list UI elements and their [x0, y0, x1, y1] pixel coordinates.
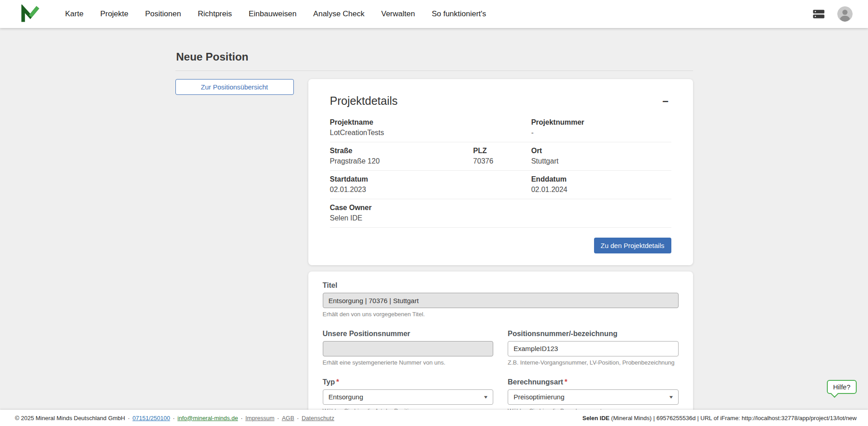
impressum-link[interactable]: Impressum [245, 415, 274, 421]
page-title: Neue Position [176, 51, 693, 63]
session-user: Selen IDE [582, 415, 609, 421]
email-link[interactable]: info@mineral-minds.de [178, 415, 238, 421]
projektname-value: LotCreationTests [330, 128, 531, 137]
separator: · [173, 415, 175, 421]
berechnungsart-select[interactable]: Preisoptimierung ▼ [508, 389, 679, 405]
project-details-card: Projektdetails – Projektname LotCreation… [308, 79, 693, 265]
session-details: (Mineral Minds) | 69576255536d | URL of … [609, 415, 857, 421]
typ-label: Typ* [323, 378, 494, 386]
navbar-right [812, 6, 853, 22]
plz-label: PLZ [473, 146, 531, 155]
mineral-minds-logo[interactable] [21, 5, 40, 23]
help-widget-button[interactable]: Hilfe? [827, 380, 857, 394]
collapse-icon[interactable]: – [660, 94, 671, 107]
plz-value: 70376 [473, 157, 531, 166]
separator: · [277, 415, 279, 421]
bezeichnung-field-group: Positionsnummer/-bezeichnung Z.B. Intern… [508, 330, 679, 367]
server-icon[interactable] [812, 7, 826, 21]
copyright-text: © 2025 Mineral Minds Deutschland GmbH [15, 415, 125, 421]
help-widget-label: Hilfe? [833, 383, 850, 391]
projektnummer-value: - [531, 128, 671, 137]
projektnummer-label: Projektnummer [531, 118, 671, 127]
top-navbar: Karte Projekte Positionen Richtpreis Ein… [0, 0, 868, 28]
project-details-title: Projektdetails [330, 94, 398, 108]
nav-item-verwalten[interactable]: Verwalten [381, 9, 415, 19]
agb-link[interactable]: AGB [282, 415, 294, 421]
nav-item-projekte[interactable]: Projekte [100, 9, 128, 19]
positionsnummer-help-text: Erhält eine systemgenerierte Nummer von … [323, 359, 494, 367]
chevron-down-icon: ▼ [483, 395, 488, 399]
projektname-label: Projektname [330, 118, 531, 127]
separator: · [128, 415, 130, 421]
berechnungsart-label: Berechnungsart* [508, 378, 679, 386]
left-column: Zur Positionsübersicht [175, 79, 294, 95]
nav-item-analyse-check[interactable]: Analyse Check [313, 9, 364, 19]
titel-help-text: Erhält den von uns vorgegebenen Titel. [323, 311, 679, 318]
enddatum-label: Enddatum [531, 175, 671, 184]
typ-select[interactable]: Entsorgung ▼ [323, 389, 494, 405]
bezeichnung-help-text: Z.B. Interne-Vorgangsnummer, LV-Position… [508, 359, 679, 367]
project-details-row: Straße Pragstraße 120 PLZ 70376 Ort Stut… [330, 142, 671, 171]
separator: · [241, 415, 242, 421]
phone-link[interactable]: 07151/250100 [132, 415, 170, 421]
required-marker: * [336, 378, 339, 386]
berechnungsart-selected-value: Preisoptimierung [514, 393, 565, 401]
titel-label: Titel [323, 281, 679, 290]
enddatum-value: 02.01.2024 [531, 185, 671, 194]
typ-selected-value: Entsorgung [329, 393, 363, 401]
startdatum-label: Startdatum [330, 175, 531, 184]
nav-item-karte[interactable]: Karte [65, 9, 84, 19]
nav-item-so-funktionierts[interactable]: So funktioniert's [432, 9, 486, 19]
bezeichnung-input[interactable] [508, 341, 679, 356]
ort-label: Ort [531, 146, 671, 155]
datenschutz-link[interactable]: Datenschutz [302, 415, 334, 421]
new-position-form-card: Titel Erhält den von uns vorgegebenen Ti… [308, 272, 693, 426]
startdatum-value: 02.01.2023 [330, 185, 531, 194]
main-nav: Karte Projekte Positionen Richtpreis Ein… [65, 9, 486, 19]
ort-value: Stuttgart [531, 157, 671, 166]
chevron-down-icon: ▼ [668, 395, 674, 399]
case-owner-value: Selen IDE [330, 214, 671, 223]
back-to-positions-button[interactable]: Zur Positionsübersicht [175, 79, 294, 95]
titel-input [323, 293, 679, 308]
main-content: Neue Position Zur Positionsübersicht Pro… [0, 28, 868, 426]
positionsnummer-field-group: Unsere Positionsnummer Erhält eine syste… [323, 330, 494, 367]
title-divider [175, 70, 693, 71]
nav-item-positionen[interactable]: Positionen [145, 9, 181, 19]
session-info: Selen IDE (Mineral Minds) | 69576255536d… [582, 415, 857, 421]
right-column: Projektdetails – Projektname LotCreation… [308, 79, 693, 426]
footer: © 2025 Mineral Minds Deutschland GmbH · … [0, 410, 868, 426]
project-details-row: Startdatum 02.01.2023 Enddatum 02.01.202… [330, 171, 671, 199]
strasse-value: Pragstraße 120 [330, 157, 473, 166]
go-to-project-details-button[interactable]: Zu den Projektdetails [594, 238, 671, 253]
strasse-label: Straße [330, 146, 473, 155]
project-details-row: Case Owner Selen IDE [330, 199, 671, 228]
project-details-row: Projektname LotCreationTests Projektnumm… [330, 114, 671, 142]
user-avatar-icon[interactable] [837, 6, 853, 22]
bezeichnung-label: Positionsnummer/-bezeichnung [508, 330, 679, 338]
required-marker: * [565, 378, 567, 386]
nav-item-einbauweisen[interactable]: Einbauweisen [249, 9, 297, 19]
footer-info: © 2025 Mineral Minds Deutschland GmbH · … [15, 415, 334, 421]
case-owner-label: Case Owner [330, 203, 671, 212]
positionsnummer-label: Unsere Positionsnummer [323, 330, 494, 338]
positionsnummer-input [323, 341, 494, 356]
nav-item-richtpreis[interactable]: Richtpreis [198, 9, 232, 19]
separator: · [297, 415, 299, 421]
